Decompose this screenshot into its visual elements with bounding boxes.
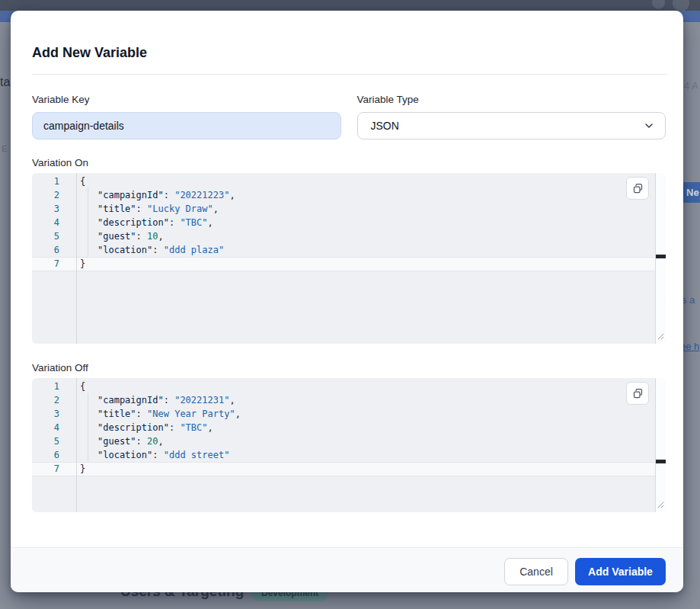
variation-off-label: Variation Off bbox=[32, 363, 662, 373]
code-line[interactable]: "description": "TBC", bbox=[80, 216, 654, 229]
line-number: 4 bbox=[32, 421, 76, 434]
editor-gutter: 1234567 bbox=[32, 380, 76, 476]
code-line[interactable]: } bbox=[80, 462, 654, 476]
code-token-plain: , bbox=[229, 190, 235, 200]
code-line[interactable]: "campaignId": "20221231", bbox=[80, 393, 654, 407]
code-line[interactable]: } bbox=[80, 257, 654, 271]
variable-type-select[interactable]: JSON bbox=[357, 112, 666, 139]
variable-type-value: JSON bbox=[371, 120, 399, 132]
code-token-plain: : bbox=[169, 217, 180, 228]
editor-scrollbar[interactable] bbox=[655, 378, 666, 512]
line-number: 2 bbox=[32, 393, 76, 407]
code-token-str: "20221231" bbox=[174, 395, 229, 405]
code-token-str: "Lucky Draw" bbox=[147, 204, 213, 214]
code-token-plain: : bbox=[152, 450, 163, 460]
variable-type-field-group: Variable Type JSON bbox=[357, 95, 666, 139]
field-row: Variable Key Variable Type JSON bbox=[32, 95, 666, 139]
copy-button[interactable] bbox=[626, 382, 649, 405]
chevron-down-icon bbox=[643, 120, 655, 132]
code-line[interactable]: "title": "Lucky Draw", bbox=[80, 202, 654, 216]
code-line[interactable]: "title": "New Year Party", bbox=[80, 407, 654, 421]
line-number: 2 bbox=[32, 188, 76, 202]
modal-footer: Cancel Add Variable bbox=[11, 547, 683, 592]
variable-key-field-group: Variable Key bbox=[32, 95, 341, 139]
line-number: 3 bbox=[32, 202, 76, 216]
code-line[interactable]: "location": "ddd street" bbox=[80, 448, 654, 462]
code-line[interactable]: { bbox=[80, 380, 654, 393]
code-token-key: "title" bbox=[97, 409, 136, 419]
background-link-fragment-1: s a bbox=[682, 294, 695, 306]
code-token-plain: } bbox=[80, 258, 85, 269]
code-token-num: 10 bbox=[147, 231, 158, 242]
code-line[interactable]: { bbox=[80, 175, 654, 188]
add-variable-button[interactable]: Add Variable bbox=[575, 558, 666, 585]
code-token-plain: { bbox=[80, 176, 85, 187]
code-token-key: "campaignId" bbox=[97, 190, 164, 200]
code-token-str: "New Year Party" bbox=[147, 409, 235, 419]
gutter-border bbox=[76, 378, 77, 512]
code-line[interactable]: "guest": 20, bbox=[80, 434, 654, 448]
code-token-plain: : bbox=[136, 231, 147, 242]
code-token-plain: { bbox=[80, 381, 85, 392]
variable-key-input[interactable] bbox=[32, 112, 341, 139]
code-line[interactable]: "description": "TBC", bbox=[80, 421, 654, 434]
code-token-num: 20 bbox=[147, 436, 158, 447]
code-token-plain: : bbox=[136, 204, 147, 214]
code-token-plain: , bbox=[235, 409, 241, 419]
copy-button[interactable] bbox=[626, 177, 649, 200]
editor-code[interactable]: {"campaignId": "20221231","title": "New … bbox=[80, 380, 654, 476]
code-token-key: "guest" bbox=[97, 231, 136, 242]
code-token-plain: : bbox=[164, 190, 174, 200]
top-navbar bbox=[0, 0, 700, 11]
title-divider bbox=[32, 74, 667, 75]
variation-off-editor[interactable]: 1234567 {"campaignId": "20221231","title… bbox=[32, 378, 666, 512]
code-token-plain: , bbox=[208, 217, 213, 228]
code-token-plain: : bbox=[164, 395, 174, 405]
code-token-plain: , bbox=[213, 204, 219, 214]
code-token-key: "location" bbox=[97, 245, 152, 255]
code-token-plain: : bbox=[136, 436, 147, 447]
background-env-fragment: E bbox=[2, 144, 7, 153]
code-token-plain: : bbox=[136, 409, 147, 419]
line-number: 1 bbox=[32, 380, 76, 393]
code-token-plain: : bbox=[152, 245, 163, 255]
resize-grip-icon[interactable] bbox=[657, 500, 664, 511]
code-token-str: "TBC" bbox=[180, 217, 207, 228]
line-number: 6 bbox=[32, 448, 76, 462]
code-token-plain: , bbox=[208, 422, 213, 433]
code-token-key: "guest" bbox=[97, 436, 136, 447]
line-number: 1 bbox=[32, 175, 76, 188]
code-token-plain: , bbox=[229, 395, 235, 405]
code-line[interactable]: "location": "ddd plaza" bbox=[80, 243, 654, 257]
copy-icon bbox=[632, 183, 644, 194]
resize-grip-icon[interactable] bbox=[657, 332, 664, 342]
code-token-key: "campaignId" bbox=[97, 395, 164, 405]
code-line[interactable]: "guest": 10, bbox=[80, 229, 654, 243]
code-token-plain: , bbox=[158, 231, 163, 242]
background-new-button-fragment: Ne bbox=[681, 182, 700, 203]
code-token-key: "description" bbox=[97, 422, 169, 433]
variation-on-editor[interactable]: 1234567 {"campaignId": "20221223","title… bbox=[32, 173, 666, 344]
line-number: 6 bbox=[32, 243, 76, 257]
editor-gutter: 1234567 bbox=[32, 175, 76, 271]
add-variable-modal: Add New Variable Variable Key Variable T… bbox=[11, 11, 683, 592]
variable-key-label: Variable Key bbox=[32, 95, 341, 105]
code-token-str: "TBC" bbox=[180, 422, 207, 433]
line-number: 7 bbox=[32, 462, 76, 476]
editor-code[interactable]: {"campaignId": "20221223","title": "Luck… bbox=[80, 175, 654, 271]
line-number: 4 bbox=[32, 216, 76, 229]
gutter-border bbox=[76, 173, 77, 344]
copy-icon bbox=[632, 388, 644, 399]
line-number: 3 bbox=[32, 407, 76, 421]
variable-type-label: Variable Type bbox=[357, 95, 666, 105]
line-number: 5 bbox=[32, 434, 76, 448]
code-line[interactable]: "campaignId": "20221223", bbox=[80, 188, 654, 202]
line-number: 5 bbox=[32, 229, 76, 243]
code-token-str: "ddd plaza" bbox=[164, 245, 224, 255]
cancel-button[interactable]: Cancel bbox=[504, 558, 568, 585]
editor-scrollbar[interactable] bbox=[655, 173, 666, 344]
code-token-key: "location" bbox=[97, 450, 152, 460]
scrollbar-cursor-mark bbox=[656, 255, 666, 258]
line-number: 7 bbox=[32, 257, 76, 271]
code-token-plain: , bbox=[158, 436, 163, 447]
